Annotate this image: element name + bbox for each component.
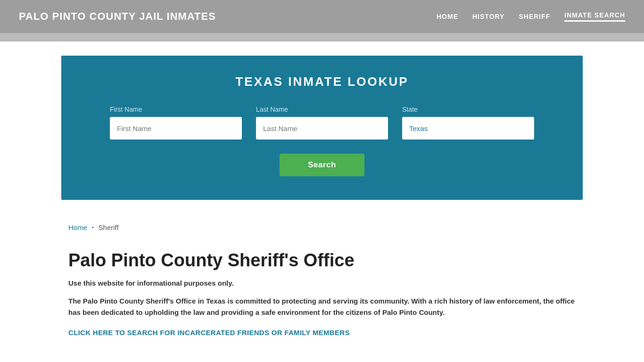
site-header: PALO PINTO COUNTY JAIL INMATES HOME HIST… xyxy=(0,0,644,33)
state-label: State xyxy=(402,106,534,113)
breadcrumb-separator: • xyxy=(92,225,94,230)
search-button-row: Search xyxy=(90,154,554,176)
breadcrumb-home-link[interactable]: Home xyxy=(68,223,87,231)
search-button[interactable]: Search xyxy=(280,154,364,176)
last-name-input[interactable] xyxy=(256,117,388,140)
inmate-lookup-section: TEXAS INMATE LOOKUP First Name Last Name… xyxy=(61,56,583,200)
breadcrumb-current-page: Sheriff xyxy=(99,223,119,231)
state-field-group: State xyxy=(402,106,534,140)
nav-sheriff[interactable]: SHERIFF xyxy=(519,13,550,20)
page-subtitle: Use this website for informational purpo… xyxy=(68,279,576,287)
search-fields-row: First Name Last Name State xyxy=(90,106,554,140)
header-underline xyxy=(0,33,644,41)
cta-link[interactable]: CLICK HERE to Search for Incarcerated Fr… xyxy=(68,329,350,337)
main-nav: HOME HISTORY SHERIFF INMATE SEARCH xyxy=(437,11,625,22)
nav-inmate-search[interactable]: INMATE SEARCH xyxy=(564,11,625,22)
main-content: Palo Pinto County Sheriff's Office Use t… xyxy=(0,241,644,362)
site-title: PALO PINTO COUNTY JAIL INMATES xyxy=(19,10,216,23)
nav-home[interactable]: HOME xyxy=(437,13,458,20)
nav-history[interactable]: HISTORY xyxy=(472,13,504,20)
page-title: Palo Pinto County Sheriff's Office xyxy=(68,250,576,271)
first-name-label: First Name xyxy=(110,106,242,113)
state-input[interactable] xyxy=(402,117,534,140)
first-name-input[interactable] xyxy=(110,117,242,140)
last-name-label: Last Name xyxy=(256,106,388,113)
last-name-field-group: Last Name xyxy=(256,106,388,140)
lookup-title: TEXAS INMATE LOOKUP xyxy=(90,74,554,89)
first-name-field-group: First Name xyxy=(110,106,242,140)
breadcrumb: Home • Sheriff xyxy=(0,214,644,241)
page-description: The Palo Pinto County Sheriff's Office i… xyxy=(68,296,576,318)
